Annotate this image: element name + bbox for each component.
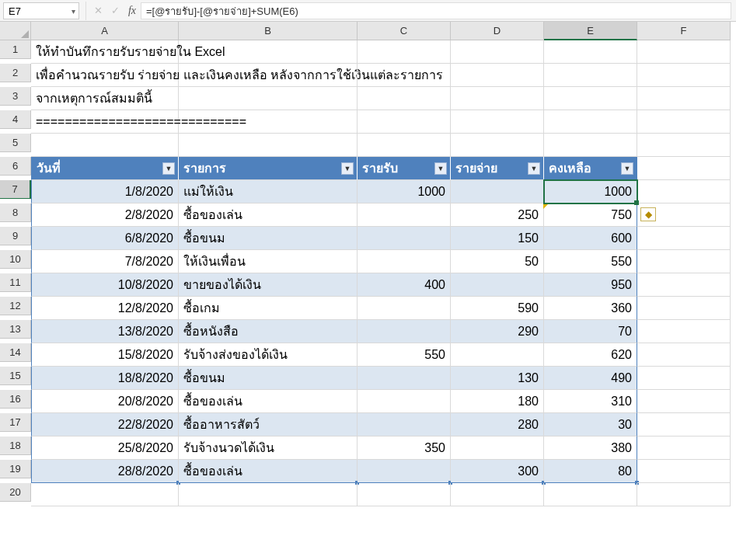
cell[interactable] bbox=[179, 40, 358, 64]
row-header-11[interactable]: 11 bbox=[0, 273, 31, 292]
row-header-9[interactable]: 9 bbox=[0, 227, 31, 245]
cell-balance[interactable]: 30 bbox=[544, 413, 637, 437]
cell-date[interactable]: 12/8/2020 bbox=[31, 297, 179, 320]
cell[interactable] bbox=[451, 64, 544, 87]
cell-balance[interactable]: 490 bbox=[544, 367, 637, 390]
cell[interactable] bbox=[451, 40, 544, 64]
cell-balance[interactable]: 950 bbox=[544, 273, 637, 297]
cell[interactable] bbox=[637, 483, 731, 506]
col-header-C[interactable]: C bbox=[358, 22, 451, 40]
cell[interactable] bbox=[358, 87, 451, 110]
cell-item[interactable]: ซื้อขนม bbox=[179, 367, 358, 390]
row-header-8[interactable]: 8 bbox=[0, 203, 31, 222]
row-header-4[interactable]: 4 bbox=[0, 110, 31, 129]
cell[interactable] bbox=[451, 110, 544, 134]
cell-income[interactable]: 350 bbox=[358, 437, 451, 460]
cell[interactable] bbox=[451, 87, 544, 110]
cell-expense[interactable]: 280 bbox=[451, 413, 544, 437]
cell[interactable] bbox=[544, 483, 637, 506]
cell[interactable] bbox=[358, 40, 451, 64]
cell-item[interactable]: ซื้อหนังสือ bbox=[179, 320, 358, 343]
cell[interactable] bbox=[637, 250, 731, 273]
cell-income[interactable] bbox=[358, 390, 451, 413]
fx-icon[interactable]: fx bbox=[124, 2, 141, 19]
cell-date[interactable]: 18/8/2020 bbox=[31, 367, 179, 390]
cell-balance[interactable]: 550 bbox=[544, 250, 637, 273]
cell[interactable] bbox=[451, 483, 544, 506]
cell-balance[interactable]: 1000 bbox=[544, 180, 637, 203]
cell[interactable] bbox=[637, 460, 731, 483]
cell-balance[interactable]: 70 bbox=[544, 320, 637, 343]
select-all-corner[interactable] bbox=[0, 22, 31, 40]
row-header-15[interactable]: 15 bbox=[0, 367, 31, 385]
cell-item[interactable]: แม่ให้เงิน bbox=[179, 180, 358, 203]
row-header-2[interactable]: 2 bbox=[0, 64, 31, 82]
cell-expense[interactable]: 150 bbox=[451, 227, 544, 250]
row-header-16[interactable]: 16 bbox=[0, 390, 31, 409]
cell-date[interactable]: 15/8/2020 bbox=[31, 343, 179, 367]
spreadsheet-grid[interactable]: ABCDEF1ให้ทำบันทึกรายรับรายจ่ายใน Excel2… bbox=[0, 22, 736, 506]
cell-date[interactable]: 22/8/2020 bbox=[31, 413, 179, 437]
cell-item[interactable]: ซื้อขนม bbox=[179, 227, 358, 250]
cell-item[interactable]: ซื้อเกม bbox=[179, 297, 358, 320]
cell-income[interactable] bbox=[358, 227, 451, 250]
cell[interactable] bbox=[637, 297, 731, 320]
cell[interactable] bbox=[179, 64, 358, 87]
cell[interactable] bbox=[544, 40, 637, 64]
cell-balance[interactable]: 310 bbox=[544, 390, 637, 413]
row-header-20[interactable]: 20 bbox=[0, 483, 31, 502]
cell[interactable] bbox=[637, 180, 731, 203]
table-header[interactable]: รายจ่าย▼ bbox=[451, 157, 544, 180]
cell-balance[interactable]: 360 bbox=[544, 297, 637, 320]
cell[interactable] bbox=[637, 320, 731, 343]
col-header-F[interactable]: F bbox=[637, 22, 731, 40]
cell-income[interactable]: 1000 bbox=[358, 180, 451, 203]
cell-item[interactable]: ซื้ออาหารสัตว์ bbox=[179, 413, 358, 437]
cell-item[interactable]: รับจ้างนวดได้เงิน bbox=[179, 437, 358, 460]
row-header-17[interactable]: 17 bbox=[0, 413, 31, 432]
cell[interactable] bbox=[31, 134, 179, 157]
cell-item[interactable]: ขายของได้เงิน bbox=[179, 273, 358, 297]
row-header-19[interactable]: 19 bbox=[0, 460, 31, 478]
cell-expense[interactable]: 590 bbox=[451, 297, 544, 320]
cell-income[interactable] bbox=[358, 297, 451, 320]
cell-item[interactable]: ซื้อของเล่น bbox=[179, 203, 358, 227]
col-header-E[interactable]: E bbox=[544, 22, 637, 40]
trace-error-icon[interactable]: ◆ bbox=[640, 207, 656, 221]
row-header-7[interactable]: 7 bbox=[0, 180, 31, 199]
cell[interactable] bbox=[637, 437, 731, 460]
cell[interactable] bbox=[637, 87, 731, 110]
cell[interactable] bbox=[358, 110, 451, 134]
cell[interactable] bbox=[544, 110, 637, 134]
cell-balance[interactable]: 600 bbox=[544, 227, 637, 250]
cell-balance[interactable]: 80 bbox=[544, 460, 637, 483]
table-header[interactable]: รายรับ▼ bbox=[358, 157, 451, 180]
cell-expense[interactable]: 250 bbox=[451, 203, 544, 227]
cell[interactable]: เพื่อคำนวณรายรับ ร่ายจ่าย และเงินคงเหลือ… bbox=[31, 64, 179, 87]
cell-expense[interactable]: 300 bbox=[451, 460, 544, 483]
cell-income[interactable]: 400 bbox=[358, 273, 451, 297]
row-header-14[interactable]: 14 bbox=[0, 343, 31, 362]
cell[interactable] bbox=[358, 64, 451, 87]
cell-item[interactable]: ให้เงินเพื่อน bbox=[179, 250, 358, 273]
cell[interactable] bbox=[637, 64, 731, 87]
cell[interactable] bbox=[637, 413, 731, 437]
cell-date[interactable]: 20/8/2020 bbox=[31, 390, 179, 413]
cell[interactable] bbox=[179, 483, 358, 506]
cell-item[interactable]: ซื้อของเล่น bbox=[179, 460, 358, 483]
cell[interactable] bbox=[179, 110, 358, 134]
cell[interactable] bbox=[637, 367, 731, 390]
cell-date[interactable]: 1/8/2020 bbox=[31, 180, 179, 203]
cell[interactable]: ◆ bbox=[637, 203, 731, 227]
cell-expense[interactable]: 130 bbox=[451, 367, 544, 390]
cell-income[interactable] bbox=[358, 367, 451, 390]
cell-balance[interactable]: 750 bbox=[544, 203, 637, 227]
filter-dropdown-icon[interactable]: ▼ bbox=[341, 162, 354, 175]
cell[interactable] bbox=[358, 134, 451, 157]
cell-balance[interactable]: 620 bbox=[544, 343, 637, 367]
row-header-12[interactable]: 12 bbox=[0, 297, 31, 315]
cell-expense[interactable] bbox=[451, 343, 544, 367]
cell[interactable] bbox=[637, 134, 731, 157]
cell[interactable] bbox=[358, 483, 451, 506]
table-header[interactable]: วันที่▼ bbox=[31, 157, 179, 180]
